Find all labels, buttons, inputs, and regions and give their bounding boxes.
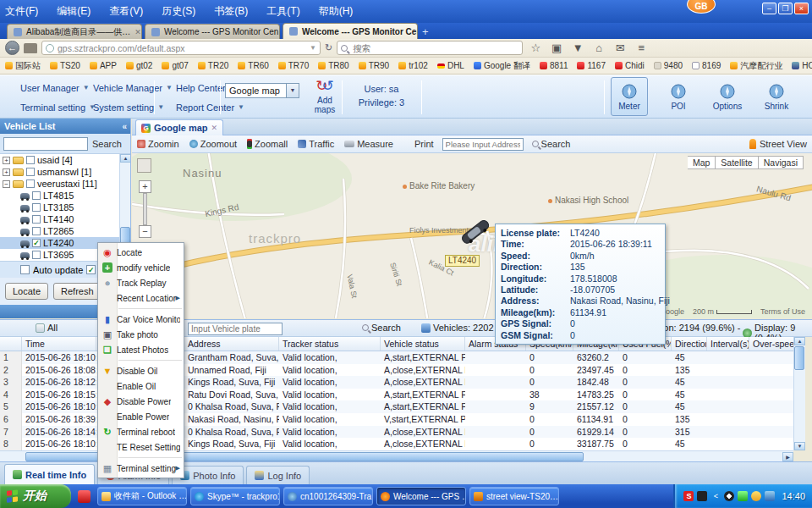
auto-update-checkbox-right[interactable]: ✓	[86, 265, 96, 274]
toolbar-mode-button[interactable]: Shrink	[758, 77, 795, 116]
vehicle-list-button[interactable]: Refresh	[53, 283, 102, 300]
downloads-icon[interactable]: ▼	[569, 41, 586, 54]
network-tray-icon[interactable]	[765, 491, 775, 501]
toolbar-menu-button[interactable]: System setting ▼	[78, 100, 173, 114]
bottom-tab[interactable]: Log Info	[246, 466, 310, 484]
taskbar-task-button[interactable]: Skype™ - trackpro10	[190, 487, 280, 505]
context-menu-item[interactable]: Recent Location ▶	[98, 290, 184, 306]
context-menu-item[interactable]: TE Reset Setting ▶	[98, 439, 184, 455]
browser-search-box[interactable]	[337, 41, 523, 55]
browser-menu-item[interactable]: 查看(V)	[109, 4, 143, 19]
reload-button[interactable]: ↻	[325, 42, 332, 53]
map-pan-control[interactable]	[137, 158, 151, 173]
bookmark-item[interactable]: Google 翻译	[474, 60, 530, 72]
scroll-right-icon[interactable]: ▶	[782, 452, 793, 461]
message-tray-icon[interactable]	[751, 491, 761, 501]
map-type-button[interactable]: Map	[688, 156, 716, 169]
vehicle-checkbox[interactable]	[32, 203, 41, 212]
tray-collapse-icon[interactable]: <	[710, 491, 721, 501]
address-bar[interactable]: gps.sztrackpro.com/default.aspx ▼	[41, 41, 321, 55]
context-menu-item[interactable]: Car Voice Monitor ▶	[98, 312, 184, 327]
bookmark-item[interactable]: TR80	[318, 61, 348, 70]
map-toolbar-button[interactable]: Traffic	[298, 139, 334, 149]
scroll-up-icon[interactable]: ▲	[794, 337, 805, 345]
browser-search-input[interactable]	[351, 42, 518, 54]
grid-header-cell[interactable]: Tracker status	[279, 337, 381, 351]
bookmark-star-icon[interactable]: ☆	[527, 41, 544, 54]
context-menu-item[interactable]: Locate ▶	[98, 245, 184, 260]
back-button[interactable]: ←	[5, 41, 19, 55]
tree-expander-icon[interactable]: −	[3, 180, 10, 188]
auto-update-checkbox-left[interactable]	[20, 265, 30, 274]
browser-tab[interactable]: Welcome --- GPS Monitor Cen… ✕	[283, 23, 418, 39]
bookmark-item[interactable]: DHL	[437, 61, 464, 70]
taskbar-task-button[interactable]: cn1001264309-Tra…	[283, 487, 373, 505]
restore-button[interactable]: ❐	[778, 3, 793, 14]
tab-close-icon[interactable]: ✕	[134, 28, 141, 36]
vehicle-checkbox[interactable]	[32, 215, 41, 224]
grid-header-cell[interactable]: Direction	[672, 337, 707, 351]
taskbar-task-button[interactable]: 收件箱 - Outlook …	[97, 487, 187, 505]
map-search-button[interactable]: Search	[532, 139, 571, 149]
bookmark-item[interactable]: gt07	[162, 61, 188, 70]
clipboard-icon[interactable]: ▣	[548, 41, 565, 54]
browser-menu-item[interactable]: 文件(F)	[5, 4, 38, 19]
bookmark-item[interactable]: TR90	[359, 61, 389, 70]
vehicle-list-button[interactable]: Locate	[5, 283, 48, 300]
bookmark-item[interactable]: 1167	[577, 61, 606, 70]
vehicle-row[interactable]: LT4140	[0, 213, 131, 225]
taskbar-task-button[interactable]: Welcome --- GPS …	[376, 487, 466, 505]
scroll-up-icon[interactable]: ▲	[120, 154, 131, 163]
grid-header-cell[interactable]: Address	[184, 337, 279, 351]
zoom-out-button[interactable]: −	[139, 225, 151, 238]
grid-header-cell[interactable]: Time	[22, 337, 96, 351]
vehicle-marker-label[interactable]: LT4240	[445, 255, 480, 267]
vehicle-checkbox[interactable]	[32, 239, 41, 247]
tree-expander-icon[interactable]: +	[3, 157, 10, 164]
context-menu-item[interactable]: Enable Power ▶	[98, 409, 184, 424]
vehicle-checkbox[interactable]	[32, 227, 41, 235]
context-menu-item[interactable]	[118, 357, 182, 361]
scroll-down-icon[interactable]: ▼	[794, 442, 805, 450]
browser-menu-item[interactable]: 工具(T)	[266, 4, 299, 19]
start-button[interactable]: 开始	[0, 484, 71, 508]
bookmark-item[interactable]: HOXD	[792, 61, 812, 70]
context-menu-item[interactable]: Enable Oil ▶	[98, 378, 184, 394]
toolbar-mode-button[interactable]: POI	[660, 77, 697, 116]
new-tab-button[interactable]: +	[422, 25, 429, 39]
bookmark-item[interactable]: TR70	[278, 61, 309, 70]
toolbar-mode-button[interactable]: Meter	[611, 77, 648, 116]
collapse-panel-icon[interactable]: «	[122, 122, 127, 131]
context-menu-item[interactable]	[118, 306, 182, 309]
bookmark-item[interactable]: APP	[90, 61, 117, 70]
context-menu-item[interactable]: modify vehicle ▶	[98, 260, 184, 275]
toolbar-menu-button[interactable]: Report Center ▼	[161, 100, 244, 114]
hamburger-menu-icon[interactable]: ≡	[633, 41, 650, 54]
street-view-button[interactable]: Street View	[749, 139, 807, 149]
browser-menu-item[interactable]: 帮助(H)	[319, 4, 354, 19]
bookmark-item[interactable]: gt02	[126, 61, 152, 70]
grid-header-cell[interactable]: Interval(s)	[707, 337, 749, 351]
map-toolbar-button[interactable]: Measure	[344, 139, 393, 149]
map-provider-select[interactable]: Google map ▼	[225, 83, 299, 98]
vehicle-search-input[interactable]	[3, 137, 88, 151]
quick-launch-icon[interactable]	[78, 490, 91, 503]
browser-tab[interactable]: Welcome --- GPS Monitor Cen… ✕	[145, 24, 280, 39]
bottom-tab[interactable]: Real time Info	[4, 464, 95, 484]
browser-menu-item[interactable]: 编辑(E)	[57, 4, 91, 19]
zoom-slider[interactable]	[143, 193, 147, 225]
plate-filter-field[interactable]	[188, 323, 283, 335]
vehicle-row[interactable]: LT2865	[0, 225, 131, 237]
context-menu-item[interactable]: Terminal reboot ▶	[98, 424, 184, 439]
map-toolbar-button[interactable]: Zoomall	[247, 139, 288, 149]
bookmark-item[interactable]: 国际站	[5, 60, 41, 72]
taskbar-task-button[interactable]: street view-TS20…	[469, 487, 559, 505]
bookmark-item[interactable]: 汽摩配行业	[730, 60, 782, 72]
grid-vertical-scrollbar[interactable]: ▲ ▼	[793, 337, 805, 450]
bookmark-item[interactable]: TR60	[238, 61, 268, 70]
add-maps-button[interactable]: ↻↺ Add maps	[306, 77, 343, 116]
tree-expander-icon[interactable]: +	[3, 168, 10, 176]
bookmark-item[interactable]: tr102	[398, 61, 428, 70]
context-menu-item[interactable]: Track Replay ▶	[98, 275, 184, 290]
briefcase-icon[interactable]	[24, 43, 37, 53]
